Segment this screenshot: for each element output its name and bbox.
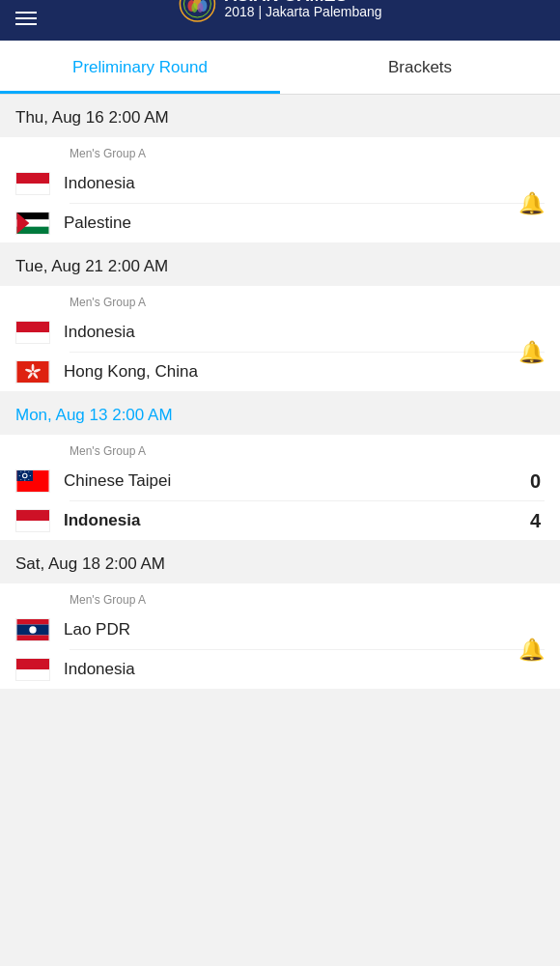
flag-palestine: [15, 212, 50, 235]
svg-point-32: [29, 626, 36, 633]
team-row: Lao PDR: [0, 611, 560, 649]
flag-chinesetaipei: [15, 469, 50, 493]
team-row: Indonesia: [0, 650, 560, 689]
flag-lao: [15, 618, 50, 641]
svg-point-20: [23, 474, 26, 477]
svg-line-25: [21, 471, 22, 472]
svg-point-6: [197, 3, 203, 13]
team-name: Indonesia: [64, 660, 135, 679]
flag-hongkong: [15, 360, 50, 384]
team-score: 4: [530, 510, 545, 532]
date-header-sat: Sat, Aug 18 2:00 AM: [0, 541, 560, 583]
team-name: Hong Kong, China: [64, 362, 198, 382]
group-label: Men's Group A: [0, 286, 560, 313]
svg-point-12: [32, 364, 35, 371]
flag-indonesia: [15, 658, 50, 681]
bell-icon[interactable]: 🔔: [518, 638, 545, 663]
group-label: Men's Group A: [0, 435, 560, 462]
date-header-thu: Thu, Aug 16 2:00 AM: [0, 95, 560, 137]
match-teams: Indonesia Palestine 🔔: [0, 164, 560, 242]
svg-rect-31: [17, 636, 49, 641]
team-name: Palestine: [64, 213, 131, 233]
match-teams: Chinese Taipei 0 Indonesia 4: [0, 462, 560, 540]
team-row: Palestine: [0, 204, 560, 242]
team-row: Chinese Taipei 0: [0, 462, 560, 500]
date-header-tue: Tue, Aug 21 2:00 AM: [0, 243, 560, 286]
team-score: 0: [530, 470, 545, 493]
match-card: Men's Group A Indonesia Hong Kong, China: [0, 286, 560, 391]
match-card: Men's Group A Indonesia Palestine 🔔: [0, 137, 560, 242]
match-card: Men's Group A Lao PDR Indonesia 🔔: [0, 583, 560, 689]
group-label: Men's Group A: [0, 137, 560, 164]
svg-line-27: [28, 471, 29, 472]
team-name: Chinese Taipei: [64, 471, 171, 491]
flag-indonesia: [15, 172, 50, 195]
header-logo: ASIAN GAMES 2018 | Jakarta Palembang Men…: [178, 0, 381, 53]
match-teams: Lao PDR Indonesia 🔔: [0, 611, 560, 689]
match-teams: Indonesia Hong Kong, China 🔔: [0, 313, 560, 391]
flag-indonesia: [15, 509, 50, 532]
svg-point-5: [191, 3, 197, 13]
svg-line-28: [21, 479, 22, 480]
group-label: Men's Group A: [0, 583, 560, 611]
team-name: Indonesia: [64, 174, 135, 193]
team-name: Indonesia: [64, 323, 135, 342]
flag-indonesia: [15, 321, 50, 344]
team-name: Indonesia: [64, 511, 140, 530]
team-row: Indonesia 4: [0, 501, 560, 540]
asian-games-emblem: [178, 0, 216, 23]
svg-rect-29: [17, 619, 49, 625]
menu-button[interactable]: [15, 12, 37, 25]
team-row: Hong Kong, China: [0, 353, 560, 391]
svg-line-26: [28, 479, 29, 480]
team-row: Indonesia: [0, 313, 560, 352]
date-header-mon: Mon, Aug 13 2:00 AM: [0, 392, 560, 435]
header-year: 2018 | Jakarta Palembang: [224, 4, 381, 20]
match-card: Men's Group A: [0, 435, 560, 540]
team-name: Lao PDR: [64, 620, 130, 639]
tournament-title: Men's Tournament: [221, 37, 340, 53]
bell-icon[interactable]: 🔔: [518, 191, 545, 216]
app-header: ASIAN GAMES 2018 | Jakarta Palembang Men…: [0, 0, 560, 41]
team-row: Indonesia: [0, 164, 560, 203]
bell-icon[interactable]: 🔔: [518, 340, 545, 365]
